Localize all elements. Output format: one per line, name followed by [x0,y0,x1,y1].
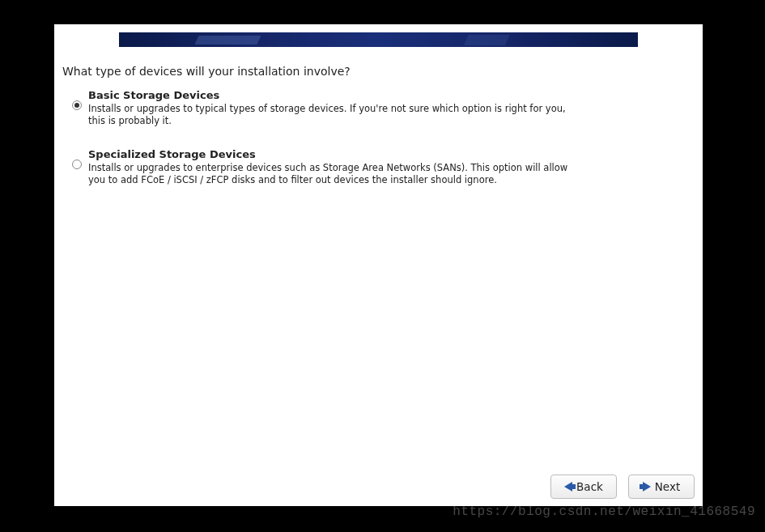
option-text: Basic Storage Devices Installs or upgrad… [85,89,579,127]
next-button[interactable]: Next [628,475,695,499]
radio-basic-storage[interactable] [72,100,82,110]
radio-wrap [69,148,85,169]
options-group: Basic Storage Devices Installs or upgrad… [62,89,695,186]
footer-bar: Back Next [54,467,703,506]
content-area: What type of devices will your installat… [54,47,703,467]
header-banner [119,32,638,47]
next-label: Next [655,480,680,493]
option-basic-storage[interactable]: Basic Storage Devices Installs or upgrad… [69,89,695,127]
option-desc: Installs or upgrades to typical types of… [88,103,579,127]
radio-wrap [69,89,85,110]
option-specialized-storage[interactable]: Specialized Storage Devices Installs or … [69,148,695,186]
arrow-right-icon [643,482,651,492]
option-title: Basic Storage Devices [88,89,579,101]
arrow-left-icon [564,482,572,492]
installer-window: What type of devices will your installat… [54,24,703,506]
back-button[interactable]: Back [550,475,617,499]
option-desc: Installs or upgrades to enterprise devic… [88,162,579,186]
watermark-text: https://blog.csdn.net/weixin_41668549 [453,504,755,519]
option-title: Specialized Storage Devices [88,148,579,160]
radio-specialized-storage[interactable] [72,160,82,169]
option-text: Specialized Storage Devices Installs or … [85,148,579,186]
question-text: What type of devices will your installat… [62,65,695,78]
back-label: Back [576,480,603,493]
